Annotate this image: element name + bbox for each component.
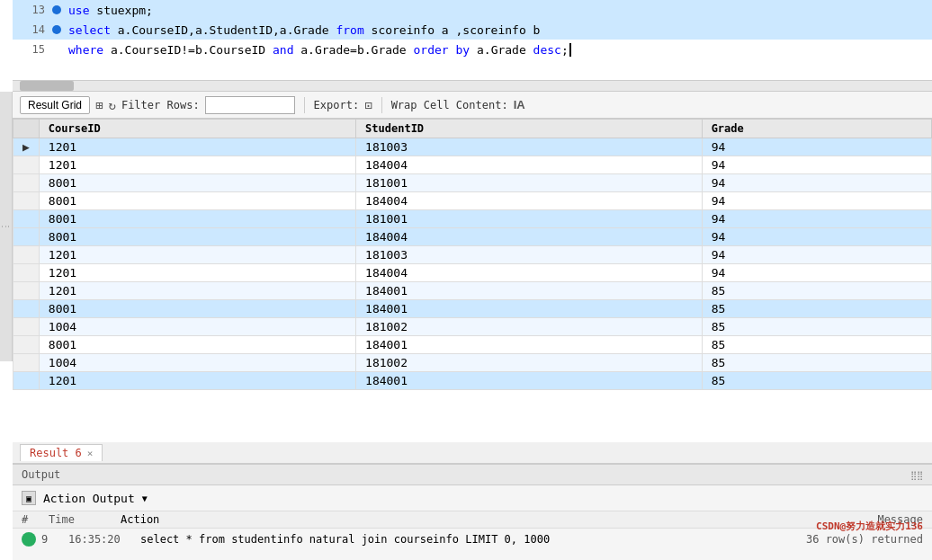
horizontal-scrollbar[interactable] [13,81,932,92]
tab-label: Result 6 [30,447,82,459]
cell-studentid: 184001 [356,372,703,390]
separator2 [381,97,382,113]
line-dot [52,5,61,14]
row-indicator: ▶ [13,138,40,156]
table-row[interactable]: ▶120118100394 [13,138,932,156]
side-panel: ⋮ [0,92,13,361]
cell-studentid: 184001 [356,300,703,318]
row-indicator [13,156,40,174]
table-row[interactable]: 120118400185 [13,282,932,300]
line-number: 15 [20,43,45,56]
cell-studentid: 184004 [356,156,703,174]
table-row[interactable]: 800118100194 [13,210,932,228]
filter-input[interactable] [205,96,295,114]
cell-studentid: 181002 [356,354,703,372]
action-output-icon: ▣ [22,491,36,505]
cell-courseid: 8001 [39,228,355,246]
row-indicator [13,174,40,192]
export-label: Export: [314,99,360,111]
row-indicator [13,372,40,390]
wrap-icon[interactable]: IA [514,98,525,111]
col-hash-header: # [22,513,49,526]
cell-courseid: 8001 [39,210,355,228]
row-indicator [13,228,40,246]
output-row-message: 36 row(s) returned [743,533,923,546]
cell-grade: 85 [702,336,931,354]
output-row-action: select * from studentinfo natural join c… [140,533,743,546]
table-row[interactable]: 120118400185 [13,372,932,390]
code-editor: 13use stuexpm;14select a.CourseID,a.Stud… [13,0,932,81]
cell-grade: 85 [702,354,931,372]
cell-courseid: 1201 [39,264,355,282]
code-text: use stuexpm; [68,4,153,17]
row-indicator [13,282,40,300]
result-table-container: CourseID StudentID Grade ▶12011810039412… [13,119,932,442]
line-number: 14 [20,23,45,36]
filter-rows-label: Filter Rows: [121,99,200,111]
result-grid-button[interactable]: Result Grid [20,96,90,114]
table-row[interactable]: 120118400494 [13,264,932,282]
cell-grade: 94 [702,264,931,282]
code-text: where a.CourseID!=b.CourseID and a.Grade… [68,43,571,57]
cell-studentid: 181003 [356,138,703,156]
cell-studentid: 181001 [356,210,703,228]
code-line: 15where a.CourseID!=b.CourseID and a.Gra… [13,40,932,59]
table-row[interactable]: 800118100194 [13,174,932,192]
row-indicator [13,192,40,210]
wrap-cell-label: Wrap Cell Content: [391,99,508,111]
table-row[interactable]: 800118400494 [13,192,932,210]
cell-grade: 94 [702,192,931,210]
cell-studentid: 184004 [356,228,703,246]
action-output-label: Action Output [43,492,135,505]
table-row[interactable]: 800118400494 [13,228,932,246]
output-row-time: 16:35:20 [68,533,140,546]
export-icon[interactable]: ⊡ [364,98,372,112]
output-panel: Output ⣿⣿ ▣ Action Output ▼ # Time Actio… [13,464,932,560]
cell-grade: 94 [702,246,931,264]
table-row[interactable]: 120118400494 [13,156,932,174]
table-row[interactable]: 120118100394 [13,246,932,264]
table-row[interactable]: 800118400185 [13,300,932,318]
grid-icon[interactable]: ⊞ [95,98,103,112]
cell-grade: 94 [702,138,931,156]
status-ok-icon [22,532,36,547]
code-line: 14select a.CourseID,a.StudentID,a.Grade … [13,20,932,40]
cell-studentid: 184001 [356,336,703,354]
output-header-label: Output [22,468,60,481]
cell-courseid: 1201 [39,246,355,264]
cell-grade: 94 [702,228,931,246]
row-indicator [13,264,40,282]
cell-courseid: 8001 [39,336,355,354]
line-number: 13 [20,4,45,16]
result-table: CourseID StudentID Grade ▶12011810039412… [13,119,932,390]
col-action-header: Action [121,513,743,526]
result-toolbar: Result Grid ⊞ ↻ Filter Rows: Export: ⊡ W… [13,92,932,119]
cell-grade: 85 [702,372,931,390]
output-row-number: 9 [41,533,68,546]
col-header-courseid[interactable]: CourseID [39,120,355,138]
col-header-studentid[interactable]: StudentID [356,120,703,138]
col-header-indicator [13,120,40,138]
output-table-header: # Time Action Message [13,511,932,529]
cell-grade: 85 [702,282,931,300]
table-header-row: CourseID StudentID Grade [13,120,932,138]
table-row[interactable]: 100418100285 [13,354,932,372]
row-indicator [13,210,40,228]
cell-grade: 85 [702,300,931,318]
col-header-grade[interactable]: Grade [702,120,931,138]
output-header: Output ⣿⣿ [13,465,932,485]
cell-courseid: 1004 [39,354,355,372]
cell-studentid: 181001 [356,174,703,192]
output-subheader: ▣ Action Output ▼ [13,485,932,511]
row-indicator [13,318,40,336]
result-tab[interactable]: Result 6× [20,444,103,461]
code-line: 13use stuexpm; [13,0,932,20]
table-row[interactable]: 800118400185 [13,336,932,354]
cell-grade: 94 [702,210,931,228]
cell-courseid: 1201 [39,282,355,300]
table-row[interactable]: 100418100285 [13,318,932,336]
cell-courseid: 1201 [39,138,355,156]
tab-close-icon[interactable]: × [87,448,94,459]
dropdown-arrow[interactable]: ▼ [142,493,148,503]
refresh-icon[interactable]: ↻ [108,98,115,112]
